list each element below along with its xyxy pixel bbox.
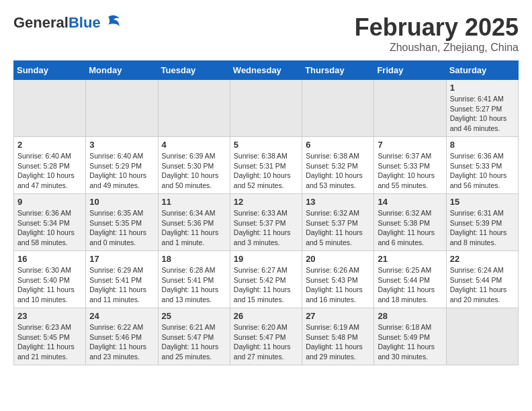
day-number: 24 [89, 311, 154, 321]
calendar-day-cell: 4Sunrise: 6:39 AM Sunset: 5:30 PM Daylig… [158, 137, 230, 194]
calendar-day-cell: 23Sunrise: 6:23 AM Sunset: 5:45 PM Dayli… [14, 308, 86, 365]
calendar-day-cell: 18Sunrise: 6:28 AM Sunset: 5:41 PM Dayli… [158, 251, 230, 308]
calendar-day-cell: 3Sunrise: 6:40 AM Sunset: 5:29 PM Daylig… [86, 137, 158, 194]
calendar-day-cell: 11Sunrise: 6:34 AM Sunset: 5:36 PM Dayli… [158, 194, 230, 251]
day-info: Sunrise: 6:37 AM Sunset: 5:33 PM Dayligh… [378, 151, 442, 191]
day-info: Sunrise: 6:23 AM Sunset: 5:45 PM Dayligh… [17, 322, 82, 362]
calendar-day-cell: 5Sunrise: 6:38 AM Sunset: 5:31 PM Daylig… [230, 137, 302, 194]
day-number: 22 [450, 254, 515, 264]
calendar-day-cell: 10Sunrise: 6:35 AM Sunset: 5:35 PM Dayli… [86, 194, 158, 251]
day-number: 12 [234, 197, 298, 207]
calendar-week-row: 9Sunrise: 6:36 AM Sunset: 5:34 PM Daylig… [14, 194, 519, 251]
calendar-week-row: 23Sunrise: 6:23 AM Sunset: 5:45 PM Dayli… [14, 308, 519, 365]
day-info: Sunrise: 6:36 AM Sunset: 5:33 PM Dayligh… [450, 151, 515, 191]
day-info: Sunrise: 6:35 AM Sunset: 5:35 PM Dayligh… [89, 208, 154, 248]
day-number: 27 [306, 311, 370, 321]
day-number: 14 [378, 197, 442, 207]
day-number: 6 [306, 140, 370, 150]
day-number: 10 [89, 197, 154, 207]
day-number: 15 [450, 197, 515, 207]
calendar-day-cell: 12Sunrise: 6:33 AM Sunset: 5:37 PM Dayli… [230, 194, 302, 251]
day-info: Sunrise: 6:21 AM Sunset: 5:47 PM Dayligh… [162, 322, 226, 362]
calendar-day-cell: 27Sunrise: 6:19 AM Sunset: 5:48 PM Dayli… [302, 308, 374, 365]
day-info: Sunrise: 6:39 AM Sunset: 5:30 PM Dayligh… [162, 151, 226, 191]
day-info: Sunrise: 6:27 AM Sunset: 5:42 PM Dayligh… [234, 265, 298, 305]
calendar-day-cell: 20Sunrise: 6:26 AM Sunset: 5:43 PM Dayli… [302, 251, 374, 308]
calendar-day-cell: 17Sunrise: 6:29 AM Sunset: 5:41 PM Dayli… [86, 251, 158, 308]
day-info: Sunrise: 6:18 AM Sunset: 5:49 PM Dayligh… [378, 322, 442, 362]
day-number: 5 [234, 140, 298, 150]
logo-icon [102, 13, 121, 32]
day-info: Sunrise: 6:22 AM Sunset: 5:46 PM Dayligh… [89, 322, 154, 362]
logo-blue-text: Blue [69, 14, 101, 31]
day-number: 26 [234, 311, 298, 321]
calendar-day-cell: 28Sunrise: 6:18 AM Sunset: 5:49 PM Dayli… [374, 308, 446, 365]
calendar-day-cell: 21Sunrise: 6:25 AM Sunset: 5:44 PM Dayli… [374, 251, 446, 308]
calendar-day-cell: 22Sunrise: 6:24 AM Sunset: 5:44 PM Dayli… [446, 251, 518, 308]
calendar-day-cell: 13Sunrise: 6:32 AM Sunset: 5:37 PM Dayli… [302, 194, 374, 251]
calendar-day-cell: 8Sunrise: 6:36 AM Sunset: 5:33 PM Daylig… [446, 137, 518, 194]
day-number: 23 [17, 311, 82, 321]
day-info: Sunrise: 6:31 AM Sunset: 5:39 PM Dayligh… [450, 208, 515, 248]
day-number: 19 [234, 254, 298, 264]
day-info: Sunrise: 6:26 AM Sunset: 5:43 PM Dayligh… [306, 265, 370, 305]
calendar-day-cell: 25Sunrise: 6:21 AM Sunset: 5:47 PM Dayli… [158, 308, 230, 365]
calendar-week-row: 1Sunrise: 6:41 AM Sunset: 5:27 PM Daylig… [14, 80, 519, 137]
calendar-day-cell: 24Sunrise: 6:22 AM Sunset: 5:46 PM Dayli… [86, 308, 158, 365]
day-number: 18 [162, 254, 226, 264]
calendar-day-cell: 6Sunrise: 6:38 AM Sunset: 5:32 PM Daylig… [302, 137, 374, 194]
day-number: 2 [17, 140, 82, 150]
weekday-header-friday: Friday [374, 61, 446, 80]
calendar-day-cell: 2Sunrise: 6:40 AM Sunset: 5:28 PM Daylig… [14, 137, 86, 194]
day-info: Sunrise: 6:41 AM Sunset: 5:27 PM Dayligh… [450, 94, 515, 134]
calendar-day-cell [86, 80, 158, 137]
day-number: 20 [306, 254, 370, 264]
calendar-table: SundayMondayTuesdayWednesdayThursdayFrid… [13, 60, 519, 365]
day-info: Sunrise: 6:19 AM Sunset: 5:48 PM Dayligh… [306, 322, 370, 362]
calendar-day-cell: 1Sunrise: 6:41 AM Sunset: 5:27 PM Daylig… [446, 80, 518, 137]
calendar-day-cell [302, 80, 374, 137]
weekday-header-monday: Monday [86, 61, 158, 80]
calendar-day-cell: 9Sunrise: 6:36 AM Sunset: 5:34 PM Daylig… [14, 194, 86, 251]
day-info: Sunrise: 6:29 AM Sunset: 5:41 PM Dayligh… [89, 265, 154, 305]
day-info: Sunrise: 6:38 AM Sunset: 5:31 PM Dayligh… [234, 151, 298, 191]
weekday-header-wednesday: Wednesday [230, 61, 302, 80]
day-number: 3 [89, 140, 154, 150]
weekday-header-row: SundayMondayTuesdayWednesdayThursdayFrid… [14, 61, 519, 80]
location-subtitle: Zhoushan, Zhejiang, China [355, 42, 519, 54]
day-info: Sunrise: 6:24 AM Sunset: 5:44 PM Dayligh… [450, 265, 515, 305]
day-info: Sunrise: 6:28 AM Sunset: 5:41 PM Dayligh… [162, 265, 226, 305]
day-info: Sunrise: 6:20 AM Sunset: 5:47 PM Dayligh… [234, 322, 298, 362]
day-number: 11 [162, 197, 226, 207]
calendar-day-cell: 26Sunrise: 6:20 AM Sunset: 5:47 PM Dayli… [230, 308, 302, 365]
day-info: Sunrise: 6:36 AM Sunset: 5:34 PM Dayligh… [17, 208, 82, 248]
calendar-day-cell [14, 80, 86, 137]
day-info: Sunrise: 6:34 AM Sunset: 5:36 PM Dayligh… [162, 208, 226, 248]
calendar-day-cell [158, 80, 230, 137]
weekday-header-sunday: Sunday [14, 61, 86, 80]
day-number: 13 [306, 197, 370, 207]
logo-general-text: General [13, 14, 69, 31]
day-info: Sunrise: 6:32 AM Sunset: 5:37 PM Dayligh… [306, 208, 370, 248]
calendar-day-cell: 7Sunrise: 6:37 AM Sunset: 5:33 PM Daylig… [374, 137, 446, 194]
calendar-day-cell: 16Sunrise: 6:30 AM Sunset: 5:40 PM Dayli… [14, 251, 86, 308]
weekday-header-thursday: Thursday [302, 61, 374, 80]
day-info: Sunrise: 6:40 AM Sunset: 5:29 PM Dayligh… [89, 151, 154, 191]
day-info: Sunrise: 6:32 AM Sunset: 5:38 PM Dayligh… [378, 208, 442, 248]
weekday-header-tuesday: Tuesday [158, 61, 230, 80]
day-number: 7 [378, 140, 442, 150]
day-info: Sunrise: 6:25 AM Sunset: 5:44 PM Dayligh… [378, 265, 442, 305]
calendar-day-cell [230, 80, 302, 137]
month-year-title: February 2025 [355, 13, 519, 42]
calendar-week-row: 16Sunrise: 6:30 AM Sunset: 5:40 PM Dayli… [14, 251, 519, 308]
day-info: Sunrise: 6:38 AM Sunset: 5:32 PM Dayligh… [306, 151, 370, 191]
day-number: 16 [17, 254, 82, 264]
calendar-week-row: 2Sunrise: 6:40 AM Sunset: 5:28 PM Daylig… [14, 137, 519, 194]
calendar-day-cell: 14Sunrise: 6:32 AM Sunset: 5:38 PM Dayli… [374, 194, 446, 251]
day-info: Sunrise: 6:33 AM Sunset: 5:37 PM Dayligh… [234, 208, 298, 248]
day-number: 28 [378, 311, 442, 321]
calendar-day-cell [374, 80, 446, 137]
day-number: 25 [162, 311, 226, 321]
day-number: 17 [89, 254, 154, 264]
calendar-day-cell: 15Sunrise: 6:31 AM Sunset: 5:39 PM Dayli… [446, 194, 518, 251]
